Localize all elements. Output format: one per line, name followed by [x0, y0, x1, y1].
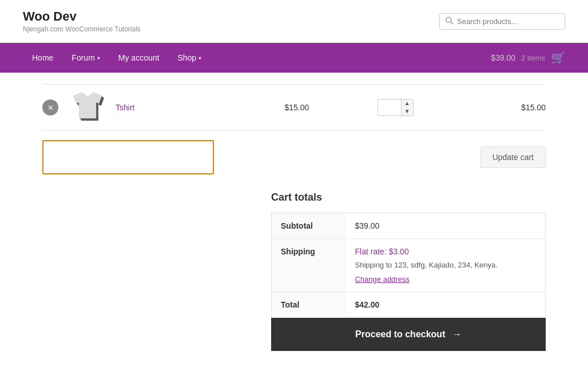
checkout-wrapper: Proceed to checkout →	[271, 318, 546, 351]
product-total: $15.00	[443, 103, 546, 112]
search-icon	[446, 17, 454, 26]
change-address-link[interactable]: Change address	[355, 275, 537, 284]
nav-link-account[interactable]: My account	[109, 43, 169, 73]
subtotal-row: Subtotal $39.00	[272, 213, 546, 239]
nav-link-forum[interactable]: Forum ▾	[62, 43, 109, 73]
checkout-button[interactable]: Proceed to checkout →	[271, 318, 546, 351]
qty-up-button[interactable]: ▲	[402, 99, 413, 107]
product-price: $15.00	[245, 103, 349, 112]
main-nav: Home Forum ▾ My account Shop ▾ $39.00 2 …	[0, 43, 588, 73]
cart-info[interactable]: $39.00 2 items 🛒	[491, 51, 565, 65]
nav-item-home[interactable]: Home	[23, 43, 62, 73]
total-value: $42.00	[346, 292, 546, 318]
site-tagline: Njengah.com WooCommerce Tutorials	[23, 25, 141, 33]
cart-actions: Update cart	[42, 140, 546, 174]
table-row: ✕ Tshi	[42, 84, 546, 131]
checkout-label: Proceed to checkout	[355, 329, 445, 339]
coupon-code-box[interactable]	[42, 140, 214, 174]
shipping-details: Flat rate: $3.00 Shipping to 123, sdfg, …	[346, 239, 546, 292]
tshirt-image	[67, 92, 107, 123]
totals-table: Subtotal $39.00 Shipping Flat rate: $3.0…	[271, 213, 546, 318]
cart-totals: Cart totals Subtotal $39.00 Shipping Fla…	[271, 192, 546, 351]
cart-count: 2 items	[521, 54, 545, 62]
update-cart-button[interactable]: Update cart	[480, 146, 546, 168]
shipping-rate: Flat rate: $3.00	[355, 247, 409, 256]
shipping-label: Shipping	[272, 239, 346, 292]
svg-line-1	[451, 22, 454, 24]
cart-totals-heading: Cart totals	[271, 192, 546, 204]
cart-amount: $39.00	[491, 53, 515, 62]
site-header: Woo Dev Njengah.com WooCommerce Tutorial…	[0, 0, 588, 43]
quantity-stepper[interactable]: 1 ▲ ▼	[378, 99, 414, 116]
product-qty: 1 ▲ ▼	[354, 99, 436, 116]
shipping-row: Shipping Flat rate: $3.00 Shipping to 12…	[272, 239, 546, 292]
product-name: Tshirt	[116, 103, 240, 112]
nav-link-shop[interactable]: Shop ▾	[168, 43, 210, 73]
total-label: Total	[272, 292, 346, 318]
qty-down-button[interactable]: ▼	[402, 107, 413, 115]
product-link[interactable]: Tshirt	[116, 103, 134, 112]
nav-item-shop[interactable]: Shop ▾	[168, 43, 210, 73]
nav-link-home[interactable]: Home	[23, 43, 62, 73]
nav-item-account[interactable]: My account	[109, 43, 169, 73]
nav-item-forum[interactable]: Forum ▾	[62, 43, 109, 73]
qty-arrows: ▲ ▼	[401, 99, 413, 115]
search-bar[interactable]	[439, 13, 565, 30]
subtotal-value: $39.00	[346, 213, 546, 239]
cart-icon[interactable]: 🛒	[551, 51, 565, 65]
remove-item-button[interactable]: ✕	[42, 99, 58, 115]
total-row: Total $42.00	[272, 292, 546, 318]
checkout-arrow: →	[452, 329, 462, 339]
site-branding: Woo Dev Njengah.com WooCommerce Tutorial…	[23, 9, 141, 33]
shipping-address: Shipping to 123, sdfg, Kajiado, 234, Ken…	[355, 261, 537, 269]
subtotal-label: Subtotal	[272, 213, 346, 239]
quantity-input[interactable]: 1	[378, 101, 401, 114]
nav-links: Home Forum ▾ My account Shop ▾	[23, 43, 210, 73]
main-content: ✕ Tshi	[19, 73, 569, 374]
product-image	[64, 90, 110, 125]
svg-point-0	[446, 17, 451, 22]
site-title: Woo Dev	[23, 9, 141, 24]
search-input[interactable]	[457, 17, 559, 26]
chevron-down-icon: ▾	[97, 55, 100, 61]
chevron-down-icon: ▾	[198, 55, 201, 61]
cart-table: ✕ Tshi	[42, 84, 546, 174]
